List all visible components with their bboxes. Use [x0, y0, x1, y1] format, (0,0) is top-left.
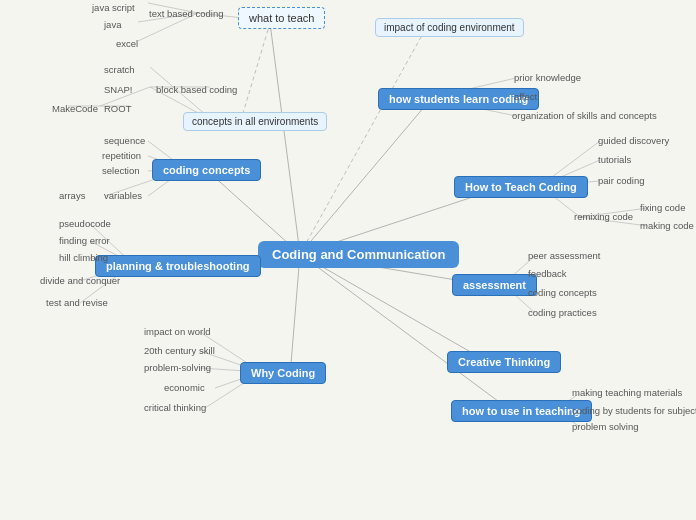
fixing-code-node: fixing code: [636, 200, 689, 215]
svg-line-9: [300, 254, 488, 362]
central-node[interactable]: Coding and Communication: [258, 241, 459, 268]
hill-climbing-node: hill climbing: [55, 250, 112, 265]
svg-line-5: [300, 30, 425, 254]
century-skill-node: 20th century skill: [140, 343, 219, 358]
affect-node: affect: [510, 89, 541, 104]
block-based-node: block based coding: [152, 82, 241, 97]
java-node: java: [100, 17, 125, 32]
arrays-node: arrays: [55, 188, 89, 203]
making-teaching-node: making teaching materials: [568, 385, 686, 400]
why-coding-node[interactable]: Why Coding: [240, 362, 326, 384]
problem-solving2-node: problem solving: [568, 419, 643, 434]
critical-thinking-node: critical thinking: [140, 400, 210, 415]
coding-students-node: coding by students for subject learning: [568, 403, 696, 418]
economic-node: economic: [160, 380, 209, 395]
root-node: ROOT: [100, 101, 135, 116]
coding-concepts-a-node: coding concepts: [524, 285, 601, 300]
impact-coding-env-node[interactable]: impact of coding environment: [375, 18, 524, 37]
creative-thinking-node[interactable]: Creative Thinking: [447, 351, 561, 373]
svg-line-4: [290, 254, 300, 376]
divide-conquer-node: divide and conquer: [36, 273, 124, 288]
variables-node: variables: [100, 188, 146, 203]
excel-node: excel: [112, 36, 142, 51]
coding-practices-node: coding practices: [524, 305, 601, 320]
impact-world-node: impact on world: [140, 324, 215, 339]
java-script-node: java script: [88, 0, 139, 15]
test-revise-node: test and revise: [42, 295, 112, 310]
guided-discovery-node: guided discovery: [594, 133, 673, 148]
snap-node: SNAP!: [100, 82, 137, 97]
sequence-node: sequence: [100, 133, 149, 148]
peer-assessment-node: peer assessment: [524, 248, 604, 263]
pseudocode-node: pseudocode: [55, 216, 115, 231]
finding-error-node: finding error: [55, 233, 114, 248]
concepts-all-envs-node[interactable]: concepts in all environments: [183, 112, 327, 131]
making-code-m-node: making code m...: [636, 218, 696, 233]
org-skills-node: organization of skills and concepts: [508, 108, 661, 123]
svg-line-0: [270, 23, 300, 254]
remixing-code-node: remixing code: [570, 209, 637, 224]
tutorials-node: tutorials: [594, 152, 635, 167]
feedback-node: feedback: [524, 266, 571, 281]
repetition-node: repetition: [98, 148, 145, 163]
makecode-node: MakeCode: [48, 101, 102, 116]
prior-knowledge-node: prior knowledge: [510, 70, 585, 85]
what-to-teach-node[interactable]: what to teach: [238, 7, 325, 29]
selection-node: selection: [98, 163, 144, 178]
how-to-teach-node[interactable]: How to Teach Coding: [454, 176, 588, 198]
coding-concepts-node[interactable]: coding concepts: [152, 159, 261, 181]
text-based-coding-node: text based coding: [145, 6, 227, 21]
scratch-node: scratch: [100, 62, 139, 77]
problem-solving-node: problem-solving: [140, 360, 215, 375]
svg-line-1: [240, 23, 270, 123]
pair-coding-node: pair coding: [594, 173, 648, 188]
